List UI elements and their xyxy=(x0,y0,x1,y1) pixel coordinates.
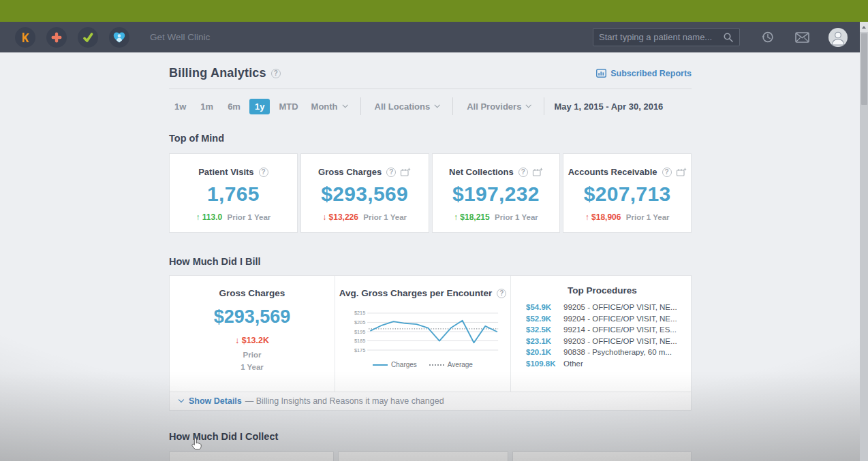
heart-glyph xyxy=(112,30,127,45)
providers-dropdown[interactable]: All Providers xyxy=(463,101,534,112)
subscribed-reports-link[interactable]: Subscribed Reports xyxy=(596,69,692,78)
range-6m-button[interactable]: 6m xyxy=(222,99,246,114)
kpi-title: Gross Charges xyxy=(318,167,382,177)
kpi-row: Patient Visits ? 1,765 ↑ 113.0 Prior 1 Y… xyxy=(169,153,692,233)
history-icon[interactable] xyxy=(760,30,775,44)
filter-divider xyxy=(452,97,453,115)
patient-heart-icon[interactable] xyxy=(109,27,129,48)
interval-dropdown[interactable]: Month xyxy=(307,101,351,112)
procedure-row: $20.1K 90838 - Psychotherapy, 60 m... xyxy=(526,347,679,358)
procedure-amount: $32.5K xyxy=(526,324,563,336)
subscribe-icon[interactable] xyxy=(532,168,543,177)
procedure-label: Other xyxy=(563,358,583,370)
locations-dropdown[interactable]: All Locations xyxy=(371,101,444,112)
scrollbar[interactable] xyxy=(860,22,868,461)
kpi-card-patient-visits: Patient Visits ? 1,765 ↑ 113.0 Prior 1 Y… xyxy=(169,153,298,233)
top-payers-card: Top Payers xyxy=(512,451,692,461)
chevron-down-icon xyxy=(342,102,347,108)
gross-charges-title: Gross Charges xyxy=(219,288,285,298)
procedure-label: 99205 - OFFICE/OP VISIT, NE... xyxy=(563,302,677,313)
show-details-link[interactable]: Show Details xyxy=(189,396,242,406)
scroll-up-button[interactable] xyxy=(860,22,868,32)
procedure-row: $109.8K Other xyxy=(526,358,679,370)
mail-icon[interactable] xyxy=(795,32,809,43)
kpi-card-gross-charges: Gross Charges ? $293,569 ↓ $13, xyxy=(300,153,429,233)
range-1m-button[interactable]: 1m xyxy=(195,99,219,114)
range-mtd-button[interactable]: MTD xyxy=(273,99,303,114)
kpi-value: $207,713 xyxy=(563,182,691,206)
top-procedures-title: Top Procedures xyxy=(526,285,679,296)
help-icon[interactable]: ? xyxy=(497,289,506,298)
prior-label: Prior 1 Year xyxy=(228,213,271,221)
user-avatar[interactable] xyxy=(828,28,848,47)
gross-charges-value: $293,569 xyxy=(170,306,335,328)
delta-arrow-icon: ↓ xyxy=(235,336,239,345)
prior-label-line2: 1 Year xyxy=(170,361,335,373)
report-chart-icon xyxy=(596,69,606,78)
kpi-title: Patient Visits xyxy=(198,167,253,177)
show-details-description: — Billing Insights and Reasons it may ha… xyxy=(245,396,444,406)
delta-value: $13,226 xyxy=(329,212,358,222)
delta-value: $18,215 xyxy=(460,212,489,222)
svg-text:$215: $215 xyxy=(354,310,365,316)
patient-search[interactable] xyxy=(593,28,740,46)
patient-search-input[interactable] xyxy=(599,32,723,42)
range-1w-button[interactable]: 1w xyxy=(169,99,191,114)
subscribed-reports-label: Subscribed Reports xyxy=(610,69,692,78)
check-icon[interactable] xyxy=(78,27,98,48)
charges-line-swatch xyxy=(373,364,388,366)
search-icon[interactable] xyxy=(723,32,734,43)
filter-divider xyxy=(544,97,544,115)
show-details-toggle[interactable]: Show Details — Billing Insights and Reas… xyxy=(170,392,691,410)
chevron-down-icon xyxy=(435,102,440,108)
procedure-label: 99214 - OFFICE/OP VISIT, ES... xyxy=(563,324,677,336)
range-1y-button[interactable]: 1y xyxy=(249,99,270,114)
nav-app-switcher: Get Well Clinic xyxy=(15,27,210,48)
top-procedures-panel: Top Procedures $54.9K 99205 - OFFICE/OP … xyxy=(510,276,691,392)
chart-legend: Charges Average xyxy=(342,361,503,368)
procedure-amount: $109.8K xyxy=(526,358,563,370)
clinic-name: Get Well Clinic xyxy=(150,32,210,42)
net-collections-card: Net Collections xyxy=(169,451,334,461)
kpi-title: Net Collections xyxy=(449,167,514,177)
kareo-k-glyph xyxy=(19,31,31,44)
delta-value: 113.0 xyxy=(202,212,222,222)
scrollbar-thumb[interactable] xyxy=(861,33,867,105)
date-range[interactable]: May 1, 2015 - Apr 30, 2016 xyxy=(554,101,663,112)
svg-text:$205: $205 xyxy=(354,319,365,325)
legend-charges-label: Charges xyxy=(391,361,417,368)
svg-text:$175: $175 xyxy=(354,347,365,353)
encounter-chart-panel: Avg. Gross Charges per Encounter ? $215$… xyxy=(335,276,510,392)
average-line-swatch xyxy=(429,364,444,366)
procedure-amount: $52.9K xyxy=(526,313,563,325)
procedure-row: $23.1K 99203 - OFFICE/OP VISIT, NE... xyxy=(526,336,679,347)
help-icon[interactable]: ? xyxy=(386,168,396,177)
top-nav: Get Well Clinic xyxy=(0,22,868,52)
interval-label: Month xyxy=(311,101,338,112)
medical-cross-icon[interactable] xyxy=(46,27,67,48)
delta-arrow-icon: ↑ xyxy=(196,212,200,222)
check-glyph xyxy=(81,31,95,44)
help-icon[interactable]: ? xyxy=(662,168,672,177)
prior-label: Prior 1 Year xyxy=(626,213,670,221)
delta-value: $13.2K xyxy=(242,336,269,345)
procedure-amount: $20.1K xyxy=(526,347,563,358)
help-icon[interactable]: ? xyxy=(259,168,268,177)
kpi-title: Accounts Receivable xyxy=(568,167,657,177)
page-help-icon[interactable]: ? xyxy=(271,69,281,78)
locations-label: All Locations xyxy=(375,101,431,112)
nav-utilities xyxy=(593,28,848,47)
kpi-card-net-collections: Net Collections ? $197,232 ↑ $1 xyxy=(432,153,561,233)
help-icon[interactable]: ? xyxy=(518,168,528,177)
subscribe-icon[interactable] xyxy=(400,168,411,177)
kareo-logo-icon[interactable] xyxy=(15,27,35,48)
subscribe-icon[interactable] xyxy=(676,168,687,177)
procedure-amount: $23.1K xyxy=(526,336,563,347)
prior-label: Prior 1 Year xyxy=(495,213,538,221)
procedure-amount: $54.9K xyxy=(526,302,563,313)
chevron-down-icon xyxy=(179,397,184,402)
kpi-value: 1,765 xyxy=(170,182,297,206)
page-title: Billing Analytics xyxy=(169,66,266,80)
providers-label: All Providers xyxy=(467,101,521,112)
content-area: Billing Analytics ? Subscribed Reports 1… xyxy=(0,52,868,461)
